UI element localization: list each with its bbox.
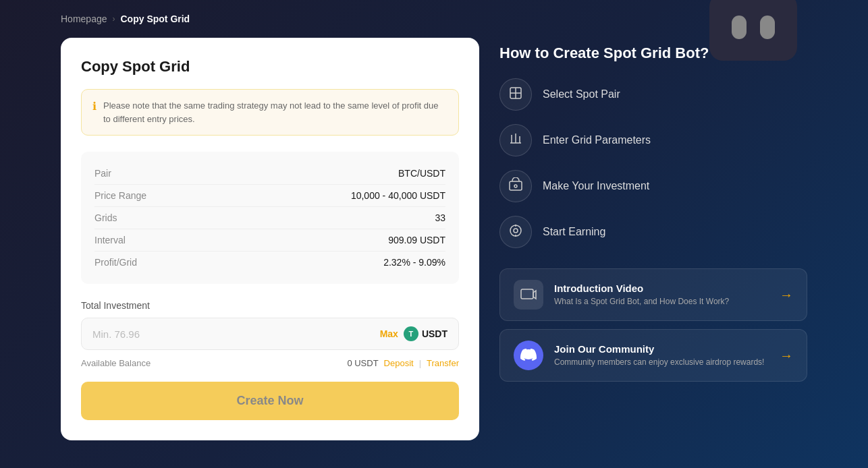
video-icon bbox=[514, 280, 543, 310]
community-card-desc: Community members can enjoy exclusive ai… bbox=[554, 357, 769, 368]
warning-box: ℹ Please note that the same trading stra… bbox=[81, 89, 459, 136]
balance-amount: 0 USDT bbox=[347, 358, 378, 368]
discord-icon bbox=[514, 341, 543, 370]
total-investment-label: Total Investment bbox=[81, 300, 459, 311]
breadcrumb: Homepage › Copy Spot Grid bbox=[0, 0, 868, 38]
community-card-content: Join Our Community Community members can… bbox=[554, 343, 769, 368]
svg-point-9 bbox=[510, 225, 521, 236]
deposit-link[interactable]: Deposit bbox=[384, 358, 414, 368]
step-2-label: Enter Grid Parameters bbox=[543, 134, 651, 146]
community-card-title: Join Our Community bbox=[554, 343, 769, 355]
table-row: Profit/Grid 2.32% - 9.09% bbox=[94, 251, 445, 273]
profit-grid-label: Profit/Grid bbox=[94, 257, 137, 268]
step-icon-4 bbox=[499, 216, 532, 248]
step-4-label: Start Earning bbox=[543, 226, 605, 238]
warning-text: Please note that the same trading strate… bbox=[103, 99, 447, 125]
table-row: Price Range 10,000 - 40,000 USDT bbox=[94, 184, 445, 206]
create-now-button[interactable]: Create Now bbox=[81, 382, 459, 420]
video-card-content: Introduction Video What Is a Spot Grid B… bbox=[554, 283, 769, 308]
step-icon-1 bbox=[499, 78, 532, 111]
pair-value: BTC/USDT bbox=[398, 168, 445, 179]
breadcrumb-separator: › bbox=[113, 14, 115, 24]
investment-icon bbox=[508, 177, 523, 196]
video-card-title: Introduction Video bbox=[554, 283, 769, 294]
how-to-title: How to Create Spot Grid Bot? bbox=[499, 45, 807, 62]
max-button[interactable]: Max bbox=[380, 328, 398, 339]
input-right-controls: Max T USDT bbox=[380, 326, 447, 341]
balance-separator: | bbox=[419, 358, 421, 368]
steps-list: Select Spot Pair Enter Grid Parameters bbox=[499, 78, 807, 248]
price-range-value: 10,000 - 40,000 USDT bbox=[351, 190, 445, 201]
svg-rect-7 bbox=[510, 181, 522, 190]
step-item: Select Spot Pair bbox=[499, 78, 807, 111]
table-row: Interval 909.09 USDT bbox=[94, 229, 445, 251]
table-row: Grids 33 bbox=[94, 206, 445, 229]
earning-icon bbox=[508, 223, 523, 241]
step-item: Enter Grid Parameters bbox=[499, 124, 807, 156]
community-card[interactable]: Join Our Community Community members can… bbox=[499, 329, 807, 382]
table-row: Pair BTC/USDT bbox=[94, 163, 445, 184]
step-item: Start Earning bbox=[499, 216, 807, 248]
step-icon-3 bbox=[499, 170, 532, 202]
investment-placeholder: Min. 76.96 bbox=[92, 328, 140, 340]
balance-label: Available Balance bbox=[81, 358, 151, 368]
usdt-label: USDT bbox=[422, 328, 447, 339]
interval-label: Interval bbox=[94, 235, 126, 245]
step-item: Make Your Investment bbox=[499, 170, 807, 202]
video-card-desc: What Is a Spot Grid Bot, and How Does It… bbox=[554, 296, 769, 308]
card-title: Copy Spot Grid bbox=[81, 58, 459, 76]
svg-point-8 bbox=[514, 185, 517, 187]
resource-cards: Introduction Video What Is a Spot Grid B… bbox=[499, 268, 807, 382]
current-page-label: Copy Spot Grid bbox=[121, 13, 190, 24]
main-layout: Copy Spot Grid ℹ Please note that the sa… bbox=[0, 38, 868, 440]
balance-right: 0 USDT Deposit | Transfer bbox=[347, 358, 459, 368]
pair-label: Pair bbox=[94, 168, 111, 179]
balance-row: Available Balance 0 USDT Deposit | Trans… bbox=[81, 358, 459, 368]
usdt-badge: T USDT bbox=[404, 326, 447, 341]
transfer-link[interactable]: Transfer bbox=[427, 358, 459, 368]
grids-value: 33 bbox=[435, 212, 445, 223]
svg-rect-13 bbox=[521, 289, 533, 299]
how-to-panel: How to Create Spot Grid Bot? Select Spot… bbox=[499, 38, 807, 382]
grids-label: Grids bbox=[94, 212, 117, 223]
info-table: Pair BTC/USDT Price Range 10,000 - 40,00… bbox=[81, 152, 459, 284]
select-spot-pair-icon bbox=[508, 86, 523, 104]
profit-grid-value: 2.32% - 9.09% bbox=[383, 257, 445, 268]
video-arrow-icon: → bbox=[780, 287, 793, 303]
community-arrow-icon: → bbox=[780, 348, 793, 363]
investment-input-container[interactable]: Min. 76.96 Max T USDT bbox=[81, 318, 459, 350]
homepage-link[interactable]: Homepage bbox=[61, 13, 107, 24]
copy-spot-grid-card: Copy Spot Grid ℹ Please note that the sa… bbox=[61, 38, 479, 440]
step-1-label: Select Spot Pair bbox=[543, 88, 620, 100]
price-range-label: Price Range bbox=[94, 190, 146, 201]
usdt-icon: T bbox=[404, 326, 418, 341]
svg-point-10 bbox=[514, 229, 518, 233]
step-icon-2 bbox=[499, 124, 532, 156]
introduction-video-card[interactable]: Introduction Video What Is a Spot Grid B… bbox=[499, 268, 807, 321]
interval-value: 909.09 USDT bbox=[388, 235, 445, 245]
warning-icon: ℹ bbox=[92, 100, 97, 125]
step-3-label: Make Your Investment bbox=[543, 180, 649, 192]
grid-params-icon bbox=[508, 131, 523, 150]
